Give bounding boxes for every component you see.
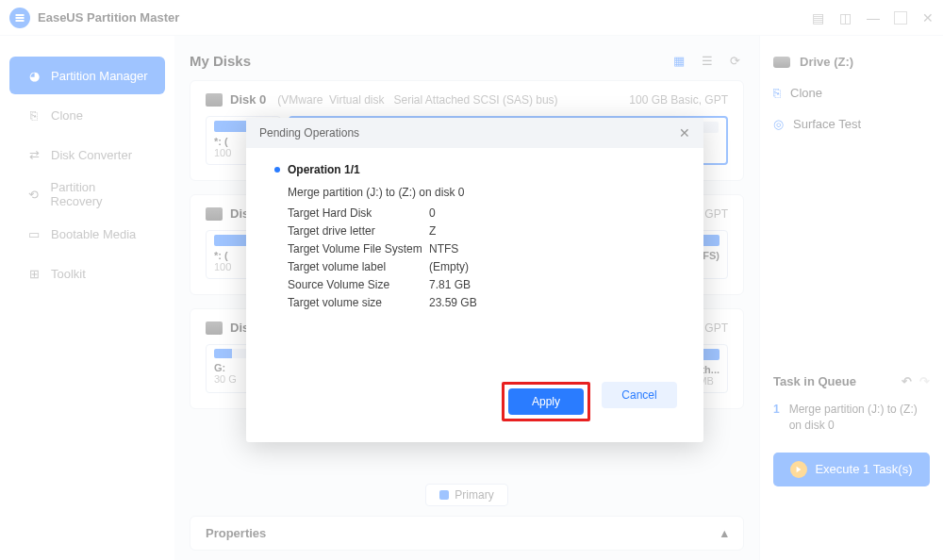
- close-icon[interactable]: ✕: [679, 125, 690, 140]
- operation-description: Merge partition (J:) to (Z:) on disk 0: [288, 186, 675, 199]
- highlight-annotation: Apply: [502, 382, 590, 421]
- pending-operations-modal: Pending Operations ✕ Operation 1/1 Merge…: [246, 118, 703, 442]
- bullet-icon: [274, 167, 280, 173]
- cancel-button[interactable]: Cancel: [602, 382, 677, 408]
- operation-table: Target Hard Disk0 Target drive letterZ T…: [288, 206, 675, 309]
- modal-title: Pending Operations: [259, 126, 359, 140]
- operation-title: Operation 1/1: [274, 163, 675, 176]
- apply-button[interactable]: Apply: [508, 388, 584, 415]
